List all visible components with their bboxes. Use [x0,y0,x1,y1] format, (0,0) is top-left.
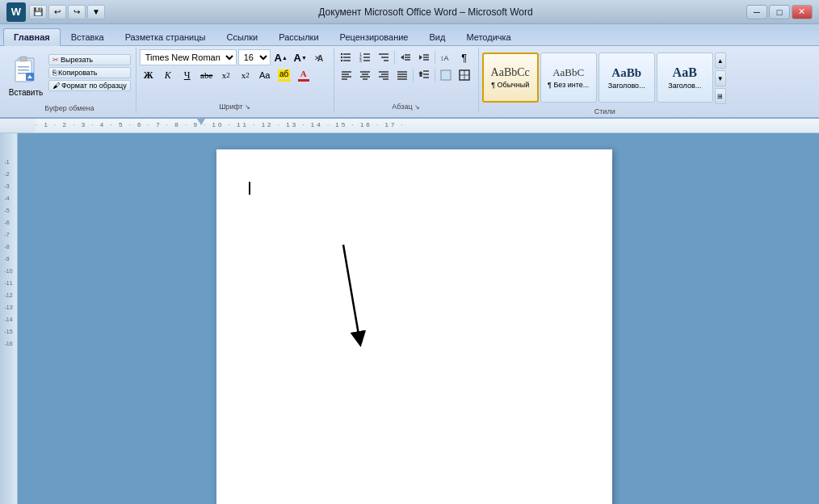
strikethrough-button[interactable]: abe [198,67,216,83]
ruler-indent-marker[interactable] [197,119,205,125]
svg-rect-54 [441,70,451,80]
paste-label: Вставить [9,88,43,97]
tab-methods[interactable]: Методичка [456,27,521,45]
bullets-button[interactable] [338,49,355,65]
font-group: Times New Roman 16 A▲ A▼ ✕A Ж К [136,48,334,112]
undo-button[interactable]: ↩ [48,5,66,19]
styles-group: AaBbCc ¶ Обычный AaBbC ¶ Без инте... AaB… [479,48,731,117]
paste-button[interactable]: Вставить [6,51,45,101]
align-right-button[interactable] [375,67,393,83]
format-painter-button[interactable]: 🖌 Формат по образцу [48,80,131,91]
svg-marker-25 [401,55,404,60]
show-hide-button[interactable]: ¶ [456,49,473,65]
style-no-spacing-button[interactable]: AaBbC ¶ Без инте... [540,52,597,103]
line-spacing-button[interactable] [415,67,433,83]
borders-button[interactable] [456,67,473,83]
redo-button[interactable]: ↪ [68,5,86,19]
svg-text:3: 3 [359,58,362,63]
style-heading2-button[interactable]: AaB Заголов... [657,52,713,103]
justify-button[interactable] [393,67,411,83]
minimize-button[interactable]: ─ [746,5,767,19]
vertical-ruler-markings: -1-2-3-4-5 -6-7-8-9-10 -11-12-13-14-15-1… [4,159,12,346]
font-name-select[interactable]: Times New Roman [140,49,237,65]
subscript-button[interactable]: x2 [217,67,235,83]
ruler-markings: · 1 · 2 · 3 · 4 · 5 · 6 · 7 · 8 · 9 · 10… [36,121,405,128]
style-normal-preview: AaBbCc [491,66,530,79]
style-normal-button[interactable]: AaBbCc ¶ Обычный [482,52,539,103]
close-button[interactable]: ✕ [792,5,813,19]
tab-mailings[interactable]: Рассылки [268,27,329,45]
svg-rect-3 [18,66,29,68]
tab-view[interactable]: Вид [419,27,456,45]
grow-font-button[interactable]: A▲ [272,49,290,65]
cut-button[interactable]: ✂ Вырезать [48,54,131,65]
document-page[interactable] [216,149,612,504]
clear-formatting-button[interactable]: ✕A [311,49,329,65]
copy-button[interactable]: ⎘ Копировать [48,67,131,78]
save-button[interactable]: 💾 [29,5,47,19]
svg-marker-29 [419,55,422,60]
underline-button[interactable]: Ч [178,67,196,83]
style-heading1-button[interactable]: AaBb Заголово... [598,52,655,103]
tab-layout[interactable]: Разметка страницы [115,27,216,45]
word-logo-icon[interactable]: W [6,2,26,22]
clipboard-group: Вставить ✂ Вырезать ⎘ Копировать 🖌 [3,48,136,114]
tab-review[interactable]: Рецензирование [330,27,419,45]
superscript-button[interactable]: x2 [237,67,254,83]
paste-icon [13,55,39,86]
shading-button[interactable] [437,67,455,83]
paragraph-dialog-launcher[interactable]: ↘ [414,103,420,111]
title-bar-left: W 💾 ↩ ↪ ▼ [6,2,105,22]
font-dialog-launcher[interactable]: ↘ [245,103,250,111]
tab-insert[interactable]: Вставка [61,27,115,45]
font-size-select[interactable]: 16 [238,49,271,65]
tab-references[interactable]: Ссылки [216,27,268,45]
document-area: -1-2-3-4-5 -6-7-8-9-10 -11-12-13-14-15-1… [0,133,819,504]
svg-point-14 [341,57,342,58]
svg-text:A: A [317,54,323,63]
style-no-spacing-label: ¶ Без инте... [548,81,589,89]
ribbon-tab-bar: Главная Вставка Разметка страницы Ссылки… [0,24,819,45]
styles-scroll-up[interactable]: ▲ [715,52,726,69]
maximize-button[interactable]: □ [769,5,790,19]
style-heading2-preview: AaB [673,65,697,80]
text-cursor [249,182,250,195]
vertical-ruler: -1-2-3-4-5 -6-7-8-9-10 -11-12-13-14-15-1… [0,133,18,504]
quick-access-toolbar: 💾 ↩ ↪ ▼ [29,5,105,19]
align-left-button[interactable] [338,67,355,83]
align-center-button[interactable] [356,67,374,83]
window-title: Документ Microsoft Office Word – Microso… [318,6,532,18]
page-container [18,133,819,504]
title-bar: W 💾 ↩ ↪ ▼ Документ Microsoft Office Word… [0,0,819,24]
svg-rect-2 [20,57,27,61]
bold-button[interactable]: Ж [140,67,158,83]
window-controls: ─ □ ✕ [746,5,813,19]
italic-button[interactable]: К [159,67,177,83]
paragraph-group: 123 ↕A [334,48,479,112]
increase-indent-button[interactable] [415,49,433,65]
style-heading1-label: Заголово... [608,82,645,90]
ribbon: Главная Вставка Разметка страницы Ссылки… [0,24,819,119]
ribbon-content: Вставить ✂ Вырезать ⎘ Копировать 🖌 [0,45,819,117]
styles-group-label: Стили [479,107,731,116]
numbering-button[interactable]: 123 [356,49,374,65]
shrink-font-button[interactable]: A▼ [292,49,309,65]
change-case-button[interactable]: Аа [256,67,274,83]
horizontal-ruler: · 1 · 2 · 3 · 4 · 5 · 6 · 7 · 8 · 9 · 10… [0,119,819,133]
multilevel-list-button[interactable] [375,49,393,65]
decrease-indent-button[interactable] [397,49,414,65]
svg-point-13 [341,53,342,55]
sort-button[interactable]: ↕A [437,49,455,65]
page-content-area[interactable] [216,149,612,504]
style-no-spacing-preview: AaBbC [552,66,584,79]
font-color-button[interactable]: А [295,67,313,83]
styles-expand[interactable]: ⊞ [715,88,726,104]
tab-home[interactable]: Главная [3,28,61,46]
styles-scroll-down[interactable]: ▼ [715,70,726,86]
highlight-color-button[interactable]: аб [275,67,293,83]
svg-rect-5 [18,73,26,74]
style-heading2-label: Заголов... [668,82,701,90]
style-normal-label: ¶ Обычный [491,81,529,89]
customize-quick-access-button[interactable]: ▼ [87,5,105,19]
svg-rect-4 [18,69,29,71]
